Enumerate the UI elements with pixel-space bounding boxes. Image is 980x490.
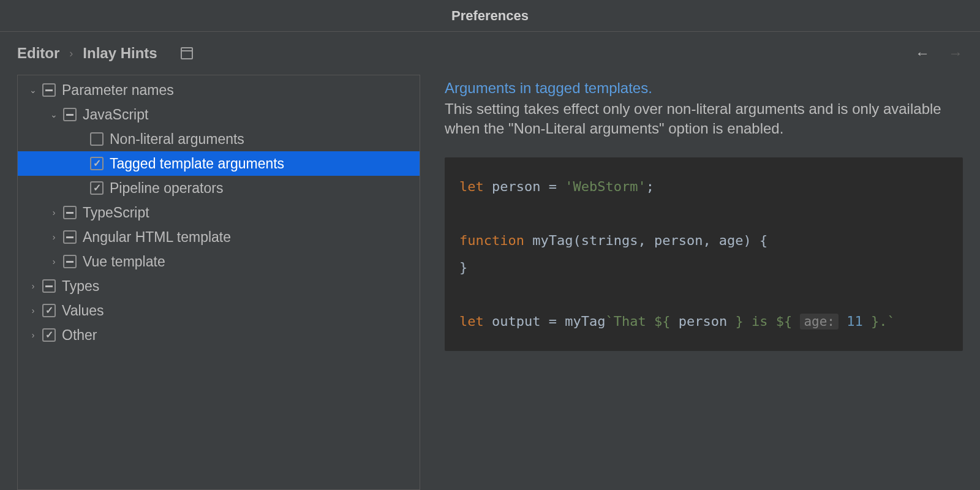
- tree-label: Other: [62, 327, 97, 344]
- forward-arrow-icon: →: [948, 45, 963, 62]
- tree-item-angular-html-template[interactable]: › Angular HTML template: [18, 225, 420, 249]
- code-identifier: myTag: [532, 233, 573, 248]
- tree-item-values[interactable]: › Values: [18, 298, 420, 323]
- tree-item-non-literal-arguments[interactable]: Non-literal arguments: [18, 127, 420, 151]
- checkbox-indeterminate[interactable]: [42, 83, 56, 97]
- back-arrow-icon[interactable]: ←: [915, 45, 930, 62]
- tree-item-types[interactable]: › Types: [18, 274, 420, 298]
- code-preview: let person = 'WebStorm'; function myTag(…: [445, 157, 963, 351]
- tree-item-vue-template[interactable]: › Vue template: [18, 249, 420, 274]
- tree-item-javascript[interactable]: ⌄ JavaScript: [18, 102, 420, 127]
- chevron-right-icon[interactable]: ›: [28, 305, 39, 316]
- chevron-right-icon[interactable]: ›: [48, 256, 59, 267]
- code-brace: }: [459, 260, 467, 275]
- detail-panel: Arguments in tagged templates. This sett…: [445, 75, 963, 490]
- code-params: (strings, person, age) {: [573, 233, 767, 248]
- tree-item-typescript[interactable]: › TypeScript: [18, 200, 420, 225]
- tree-label: Angular HTML template: [83, 229, 231, 246]
- code-number: 11: [846, 314, 863, 329]
- tree-item-tagged-template-arguments[interactable]: Tagged template arguments: [18, 151, 420, 176]
- tree-label: Non-literal arguments: [110, 131, 244, 148]
- code-keyword: function: [459, 233, 524, 248]
- code-identifier: person: [492, 179, 540, 194]
- code-string: 'WebStorm': [565, 179, 646, 194]
- tree-label: Values: [62, 303, 104, 319]
- code-template-string: }.`: [871, 314, 895, 329]
- breadcrumb-header: Editor › Inlay Hints ← →: [0, 32, 980, 75]
- tree-label: Types: [62, 278, 99, 295]
- code-keyword: let: [459, 179, 484, 194]
- checkbox-indeterminate[interactable]: [63, 206, 77, 219]
- tree-label: JavaScript: [83, 107, 148, 123]
- chevron-down-icon[interactable]: ⌄: [48, 109, 59, 120]
- code-op: =: [549, 179, 557, 194]
- code-keyword: let: [459, 314, 484, 329]
- code-semi: ;: [646, 179, 654, 194]
- code-op: =: [549, 314, 557, 329]
- checkbox-checked[interactable]: [42, 328, 56, 342]
- chevron-down-icon[interactable]: ⌄: [28, 85, 39, 96]
- chevron-right-icon[interactable]: ›: [48, 207, 59, 218]
- code-identifier: person: [679, 314, 727, 329]
- breadcrumb-parent[interactable]: Editor: [17, 45, 59, 62]
- window-title: Preferences: [451, 8, 529, 24]
- detail-title: Arguments in tagged templates.: [445, 80, 963, 97]
- chevron-right-icon[interactable]: ›: [28, 330, 39, 341]
- checkbox-indeterminate[interactable]: [42, 279, 56, 293]
- tree-item-other[interactable]: › Other: [18, 323, 420, 347]
- settings-tree[interactable]: ⌄ Parameter names ⌄ JavaScript Non-liter…: [17, 75, 420, 490]
- breadcrumb-current: Inlay Hints: [83, 45, 157, 62]
- tree-item-parameter-names[interactable]: ⌄ Parameter names: [18, 78, 420, 102]
- tree-item-pipeline-operators[interactable]: Pipeline operators: [18, 176, 420, 200]
- tree-label: Parameter names: [62, 82, 174, 99]
- checkbox-unchecked[interactable]: [90, 132, 104, 146]
- code-template-string: } is ${: [735, 314, 792, 329]
- code-identifier: myTag: [565, 314, 605, 329]
- checkbox-indeterminate[interactable]: [63, 108, 77, 121]
- chevron-right-icon[interactable]: ›: [48, 232, 59, 243]
- tree-label: Tagged template arguments: [110, 156, 284, 172]
- code-template-string: `That ${: [605, 314, 670, 329]
- hint-label: age:: [804, 314, 835, 329]
- tree-label: Pipeline operators: [110, 180, 223, 197]
- checkbox-checked[interactable]: [90, 157, 104, 170]
- inlay-hint: age:: [800, 314, 839, 330]
- nav-arrows: ← →: [915, 45, 963, 62]
- detail-description: This setting takes effect only over non-…: [445, 99, 953, 139]
- tree-label: Vue template: [83, 254, 165, 270]
- breadcrumb-separator: ›: [69, 47, 73, 60]
- checkbox-indeterminate[interactable]: [63, 230, 77, 244]
- chevron-right-icon[interactable]: ›: [28, 281, 39, 292]
- checkbox-checked[interactable]: [42, 304, 56, 317]
- code-identifier: output: [492, 314, 540, 329]
- detach-icon[interactable]: [181, 47, 193, 59]
- tree-label: TypeScript: [83, 205, 149, 221]
- window-titlebar: Preferences: [0, 0, 980, 32]
- checkbox-checked[interactable]: [90, 181, 104, 195]
- breadcrumb: Editor › Inlay Hints: [17, 45, 193, 62]
- checkbox-indeterminate[interactable]: [63, 255, 77, 268]
